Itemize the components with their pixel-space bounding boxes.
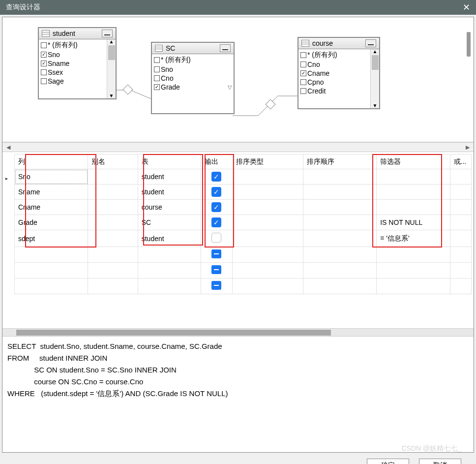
scroll-thumb[interactable]	[372, 55, 379, 70]
table-column-row[interactable]: Grade▽	[154, 83, 232, 92]
column-checkbox[interactable]	[300, 70, 306, 76]
table-scrollbar[interactable]: ▲ ▼	[107, 39, 116, 98]
table-box-sc[interactable]: SC * (所有列)SnoCnoGrade▽	[151, 42, 235, 114]
cell-sortorder[interactable]	[303, 230, 376, 247]
cell-alias[interactable]	[88, 278, 138, 294]
minimize-icon[interactable]	[365, 39, 376, 47]
cell-sorttype[interactable]	[232, 230, 303, 247]
close-icon[interactable]: ✕	[463, 2, 470, 13]
cell-or[interactable]	[450, 247, 471, 263]
cell-sortorder[interactable]	[303, 169, 376, 185]
grid-hscroll[interactable]	[2, 328, 474, 336]
cell-or[interactable]	[450, 200, 471, 215]
cell-alias[interactable]	[88, 185, 138, 200]
checkbox-checked-icon[interactable]: ✓	[211, 202, 221, 212]
table-column-row[interactable]: Sno	[41, 50, 105, 59]
scroll-up-icon[interactable]: ▲	[373, 49, 378, 54]
cell-output[interactable]	[201, 247, 232, 263]
header-or[interactable]: 或...	[450, 155, 471, 169]
cell-col[interactable]: sdept	[15, 230, 88, 247]
column-checkbox[interactable]	[41, 61, 47, 66]
column-checkbox[interactable]	[154, 84, 160, 90]
cell-filter[interactable]	[377, 185, 450, 200]
column-checkbox[interactable]	[300, 88, 306, 94]
cell-col[interactable]: Cname	[15, 200, 88, 215]
cell-filter[interactable]	[377, 263, 450, 278]
cell-col[interactable]: Sname	[15, 185, 88, 200]
cell-sortorder[interactable]	[303, 200, 376, 215]
cancel-button[interactable]: 取消	[419, 459, 461, 464]
grid-row[interactable]: Snostudent✓	[15, 169, 472, 185]
table-cols-course[interactable]: * (所有列)CnoCnameCpnoCredit	[298, 49, 370, 108]
cell-filter[interactable]: = '信息系'	[377, 230, 450, 247]
scroll-down-icon[interactable]: ▼	[109, 93, 114, 98]
cell-output[interactable]: ✓	[201, 169, 232, 185]
table-box-course[interactable]: course * (所有列)CnoCnameCpnoCredit ▲ ▼	[298, 37, 380, 109]
cell-table[interactable]: SC	[138, 215, 201, 230]
checkbox-empty-icon[interactable]	[211, 233, 221, 243]
cell-filter[interactable]	[377, 169, 450, 185]
cell-sortorder[interactable]	[303, 215, 376, 230]
cell-table[interactable]	[138, 263, 201, 278]
cell-output[interactable]: ✓	[201, 185, 232, 200]
cell-table[interactable]: course	[138, 200, 201, 215]
header-filter[interactable]: 筛选器	[377, 155, 450, 169]
table-column-row[interactable]: Sno	[154, 65, 232, 74]
column-checkbox[interactable]	[154, 75, 160, 81]
table-title-course[interactable]: course	[298, 38, 379, 49]
header-sortorder[interactable]: 排序顺序	[303, 155, 376, 169]
scroll-right-icon[interactable]: ▶	[466, 144, 470, 151]
table-column-row[interactable]: Credit	[300, 87, 368, 95]
cell-col[interactable]	[15, 247, 88, 263]
cell-alias[interactable]	[88, 169, 138, 185]
cell-sorttype[interactable]	[232, 215, 303, 230]
grid-row[interactable]: GradeSC✓IS NOT NULL	[15, 215, 472, 230]
checkbox-checked-icon[interactable]: ✓	[211, 217, 221, 227]
minimize-icon[interactable]	[102, 30, 113, 37]
table-cols-sc[interactable]: * (所有列)SnoCnoGrade▽	[152, 54, 234, 113]
cell-sortorder[interactable]	[303, 185, 376, 200]
grid-row[interactable]: Snamestudent✓	[15, 185, 472, 200]
cell-col[interactable]	[15, 263, 88, 278]
grid-row[interactable]: sdeptstudent= '信息系'	[15, 230, 472, 247]
table-column-row[interactable]: Sage	[41, 77, 105, 86]
header-sorttype[interactable]: 排序类型	[232, 155, 303, 169]
cell-output[interactable]: ✓	[201, 215, 232, 230]
table-column-row[interactable]: Sname	[41, 59, 105, 68]
table-title-sc[interactable]: SC	[152, 43, 234, 54]
column-checkbox[interactable]	[300, 52, 306, 58]
column-checkbox[interactable]	[41, 42, 47, 48]
cell-sorttype[interactable]	[232, 278, 303, 294]
cell-sorttype[interactable]	[232, 200, 303, 215]
diagram-hscroll[interactable]: ◀ ▶	[2, 142, 474, 152]
table-cols-student[interactable]: * (所有列)SnoSnameSsexSage	[39, 39, 107, 98]
grid-row-empty[interactable]	[15, 278, 472, 294]
header-table[interactable]: 表	[138, 155, 201, 169]
cell-sorttype[interactable]	[232, 263, 303, 278]
cell-filter[interactable]: IS NOT NULL	[377, 215, 450, 230]
diagram-pane[interactable]: student * (所有列)SnoSnameSsexSage ▲ ▼ SC	[2, 17, 474, 142]
cell-or[interactable]	[450, 230, 471, 247]
cell-output[interactable]: ✓	[201, 200, 232, 215]
header-output[interactable]: 输出	[201, 155, 232, 169]
cell-or[interactable]	[450, 263, 471, 278]
diagram-scrollbar-thumb[interactable]	[467, 32, 471, 57]
table-column-row[interactable]: * (所有列)	[300, 50, 368, 60]
cell-filter[interactable]	[377, 278, 450, 294]
cell-or[interactable]	[450, 185, 471, 200]
table-column-row[interactable]: Cno	[154, 74, 232, 83]
header-col[interactable]: 列	[15, 155, 88, 169]
column-checkbox[interactable]	[41, 78, 47, 84]
table-box-student[interactable]: student * (所有列)SnoSnameSsexSage ▲ ▼	[38, 27, 117, 99]
cell-sortorder[interactable]	[303, 263, 376, 278]
scroll-up-icon[interactable]: ▲	[109, 39, 114, 44]
grid-row[interactable]: Cnamecourse✓	[15, 200, 472, 215]
cell-sorttype[interactable]	[232, 185, 303, 200]
grid-row-empty[interactable]	[15, 263, 472, 278]
cell-col[interactable]	[15, 278, 88, 294]
cell-filter[interactable]	[377, 200, 450, 215]
table-column-row[interactable]: Ssex	[41, 68, 105, 77]
dash-icon[interactable]	[211, 249, 221, 258]
sql-pane[interactable]: SELECT student.Sno, student.Sname, cours…	[2, 337, 474, 452]
ok-button[interactable]: 确定	[367, 459, 409, 464]
